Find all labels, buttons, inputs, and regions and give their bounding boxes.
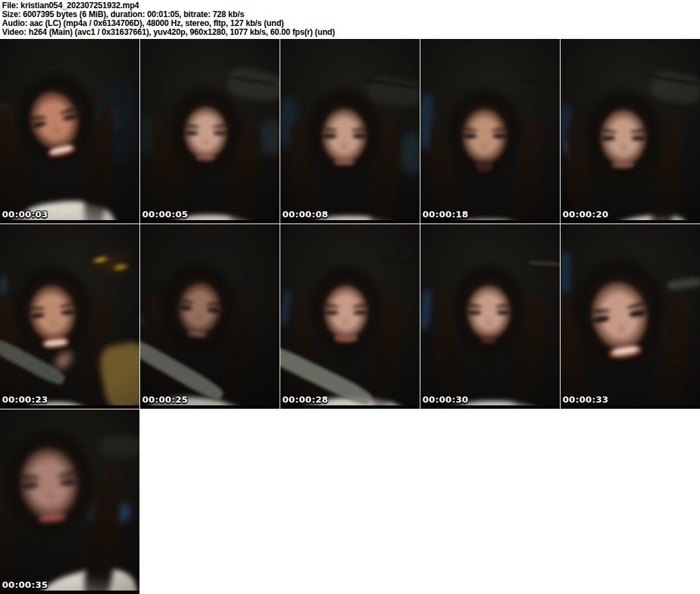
timestamp-overlay: 00:00:18 xyxy=(422,209,468,219)
bottom-strip xyxy=(280,220,420,224)
video-thumbnail: 00:00:23 xyxy=(0,224,139,409)
vignette xyxy=(0,39,139,224)
video-thumbnail: 00:00:33 xyxy=(561,224,700,409)
vignette xyxy=(140,224,280,409)
vignette xyxy=(280,39,420,224)
bottom-strip xyxy=(0,591,139,594)
timestamp-overlay: 00:00:23 xyxy=(2,394,48,405)
timestamp-overlay: 00:00:05 xyxy=(142,209,188,219)
vignette xyxy=(0,224,139,409)
bottom-strip xyxy=(140,405,280,409)
video-thumbnail: 00:00:30 xyxy=(420,224,560,409)
video-thumbnail: 00:00:35 xyxy=(0,409,139,594)
vignette xyxy=(561,224,700,409)
bottom-strip xyxy=(420,405,560,409)
vignette xyxy=(420,224,560,409)
timestamp-overlay: 00:00:20 xyxy=(563,209,608,219)
timestamp-overlay: 00:00:30 xyxy=(422,394,468,405)
metadata-header: File: kristian054_202307251932.mp4 Size:… xyxy=(0,0,700,39)
vignette xyxy=(0,409,139,594)
timestamp-overlay: 00:00:28 xyxy=(282,394,328,405)
bottom-strip xyxy=(280,405,420,409)
video-thumbnail: 00:00:18 xyxy=(420,39,560,224)
timestamp-overlay: 00:00:25 xyxy=(142,394,188,405)
video-thumbnail: 00:00:28 xyxy=(280,224,420,409)
timestamp-overlay: 00:00:33 xyxy=(563,394,608,405)
bottom-strip xyxy=(561,220,700,224)
bottom-strip xyxy=(420,220,560,224)
vignette xyxy=(420,39,560,224)
video-thumbnail: 00:00:05 xyxy=(140,39,280,224)
bottom-strip xyxy=(0,220,139,224)
bottom-strip xyxy=(561,405,700,409)
timestamp-overlay: 00:00:03 xyxy=(2,209,48,219)
thumbnail-grid: 00:00:0300:00:0500:00:0800:00:1800:00:20… xyxy=(0,39,700,594)
timestamp-overlay: 00:00:08 xyxy=(282,209,328,219)
vignette xyxy=(140,39,280,224)
video-thumbnail: 00:00:25 xyxy=(140,224,280,409)
bottom-strip xyxy=(0,405,139,409)
vignette xyxy=(280,224,420,409)
bottom-strip xyxy=(140,220,280,224)
video-info-line: Video: h264 (Main) (avc1 / 0x31637661), … xyxy=(2,28,700,37)
video-thumbnail: 00:00:20 xyxy=(561,39,700,224)
video-thumbnail: 00:00:03 xyxy=(0,39,139,224)
vignette xyxy=(561,39,700,224)
video-thumbnail: 00:00:08 xyxy=(280,39,420,224)
timestamp-overlay: 00:00:35 xyxy=(2,580,48,590)
